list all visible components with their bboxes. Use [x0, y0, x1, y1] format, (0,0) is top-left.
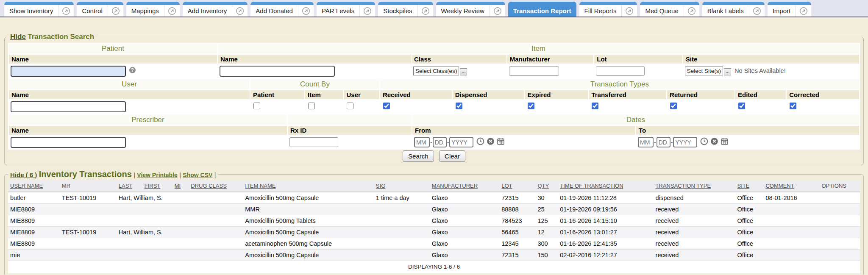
- user-name-input[interactable]: [11, 101, 126, 112]
- col-lot[interactable]: LOT: [499, 180, 535, 192]
- to-time-icon[interactable]: [700, 137, 708, 147]
- table-row: MIE8809 MMR Glaxo 88888 25 01-19-2026 09…: [8, 204, 860, 215]
- open-new-window-icon[interactable]: [164, 7, 180, 15]
- select-sites-box[interactable]: Select Site(s): [685, 67, 723, 75]
- col-user-name[interactable]: USER NAME: [8, 180, 60, 192]
- count-by-patient-checkbox[interactable]: [253, 103, 260, 109]
- select-classes-browse-button[interactable]: ...: [460, 68, 467, 75]
- open-new-window-icon[interactable]: [108, 7, 123, 15]
- type-edited-checkbox[interactable]: [738, 103, 745, 109]
- tab-accent: [579, 2, 637, 5]
- from-month-input[interactable]: [414, 137, 430, 147]
- open-new-window-icon[interactable]: [298, 7, 314, 15]
- col-last[interactable]: LAST: [117, 180, 142, 192]
- to-clear-icon[interactable]: [710, 137, 718, 147]
- help-icon[interactable]: ?: [129, 67, 136, 75]
- cell-site: Office: [735, 215, 763, 227]
- tab-transaction-report[interactable]: Transaction Report: [508, 2, 576, 17]
- search-band-patient-item: Patient Item Name Name Class Manufacture…: [8, 43, 860, 78]
- tab-mappings[interactable]: Mappings: [126, 2, 180, 17]
- select-sites-browse-button[interactable]: ...: [724, 68, 731, 75]
- clear-button[interactable]: Clear: [439, 150, 465, 162]
- open-new-window-icon[interactable]: [360, 7, 375, 15]
- from-clear-icon[interactable]: [487, 137, 495, 147]
- hide-results-link[interactable]: Hide ( 6 ): [10, 171, 37, 178]
- open-new-window-icon[interactable]: [622, 7, 637, 15]
- prescriber-name-input[interactable]: [11, 137, 126, 148]
- tab-add-donated[interactable]: Add Donated: [250, 2, 314, 17]
- select-classes-box[interactable]: Select Class(es): [413, 67, 459, 75]
- rx-id-input[interactable]: [289, 137, 338, 147]
- count-by-user-checkbox[interactable]: [347, 103, 353, 109]
- tab-par-levels[interactable]: PAR Levels: [317, 2, 375, 17]
- spacer-cell: [288, 115, 412, 125]
- col-options: OPTIONS: [819, 180, 860, 192]
- type-expired-checkbox[interactable]: [528, 103, 534, 109]
- patient-name-input[interactable]: [11, 66, 126, 77]
- search-button[interactable]: Search: [403, 150, 434, 162]
- type-returned-checkbox[interactable]: [670, 103, 677, 109]
- open-new-window-icon[interactable]: [796, 7, 811, 15]
- type-received-checkbox[interactable]: [383, 103, 390, 109]
- tab-stockpiles[interactable]: Stockpiles: [378, 2, 433, 17]
- from-day-input[interactable]: [433, 137, 447, 147]
- tab-add-inventory[interactable]: Add Inventory: [183, 2, 248, 17]
- type-transferred-label: Transferred: [589, 90, 666, 99]
- view-printable-link[interactable]: View Printable: [137, 172, 177, 178]
- col-drug-class[interactable]: DRUG CLASS: [189, 180, 243, 192]
- lot-input[interactable]: [596, 66, 645, 76]
- cell-user-name: MIE8809: [8, 215, 60, 227]
- tab-fill-reports[interactable]: Fill Reports: [579, 2, 637, 17]
- item-name-input[interactable]: [220, 66, 335, 77]
- tab-show-inventory[interactable]: Show Inventory: [4, 2, 74, 17]
- cell-drug-class: [189, 215, 243, 227]
- open-new-window-icon[interactable]: [58, 7, 74, 15]
- col-mi[interactable]: MI: [172, 180, 189, 192]
- cell-user-name: butler: [8, 192, 60, 204]
- tab-label: Weekly Review: [436, 7, 490, 14]
- col-comment[interactable]: COMMENT: [763, 180, 819, 192]
- tab-med-queue[interactable]: Med Queue: [640, 2, 699, 17]
- item-manufacturer-label: Manufacturer: [507, 55, 594, 64]
- tab-accent: [183, 2, 248, 5]
- type-corrected-checkbox[interactable]: [790, 103, 796, 109]
- from-time-icon[interactable]: [476, 137, 484, 147]
- open-new-window-icon[interactable]: [684, 7, 699, 15]
- col-transaction-type[interactable]: TRANSACTION TYPE: [654, 180, 735, 192]
- tab-label: Add Donated: [250, 7, 298, 14]
- col-time-of-transaction[interactable]: TIME OF TRANSACTION: [558, 180, 653, 192]
- to-year-input[interactable]: [673, 137, 697, 147]
- manufacturer-input[interactable]: [509, 66, 559, 76]
- type-transferred-checkbox[interactable]: [592, 103, 598, 109]
- to-month-input[interactable]: [638, 137, 654, 147]
- show-csv-link[interactable]: Show CSV: [183, 172, 212, 178]
- from-year-input[interactable]: [449, 137, 473, 147]
- count-by-item-checkbox[interactable]: [308, 103, 315, 109]
- to-calendar-icon[interactable]: [721, 137, 729, 147]
- prescriber-name-label: Name: [9, 126, 287, 135]
- type-dispensed-checkbox[interactable]: [456, 103, 462, 109]
- cell-name: Hart, William, S.: [117, 227, 189, 238]
- cell-time: 01-16-2026 14:15:10: [558, 215, 653, 227]
- open-new-window-icon[interactable]: [232, 7, 248, 15]
- cell-name: [117, 250, 189, 261]
- col-site[interactable]: SITE: [735, 180, 763, 192]
- from-calendar-icon[interactable]: [497, 137, 505, 147]
- col-sig[interactable]: SIG: [374, 180, 430, 192]
- col-item-name[interactable]: ITEM NAME: [243, 180, 374, 192]
- cell-mr: TEST-10019: [60, 227, 117, 238]
- search-buttons-row: Search Clear: [8, 150, 860, 162]
- col-qty[interactable]: QTY: [535, 180, 558, 192]
- open-new-window-icon[interactable]: [490, 7, 505, 15]
- item-site-label: Site: [683, 55, 859, 64]
- tab-weekly-review[interactable]: Weekly Review: [436, 2, 505, 17]
- to-day-input[interactable]: [657, 137, 670, 147]
- open-new-window-icon[interactable]: [749, 7, 765, 15]
- tab-blank-labels[interactable]: Blank Labels: [702, 2, 765, 17]
- tab-control[interactable]: Control: [77, 2, 123, 17]
- open-new-window-icon[interactable]: [418, 7, 433, 15]
- hide-search-link[interactable]: Hide: [10, 33, 26, 41]
- col-manufacturer[interactable]: MANUFACTURER: [430, 180, 499, 192]
- tab-import[interactable]: Import: [768, 2, 812, 17]
- col-first[interactable]: FIRST: [142, 180, 172, 192]
